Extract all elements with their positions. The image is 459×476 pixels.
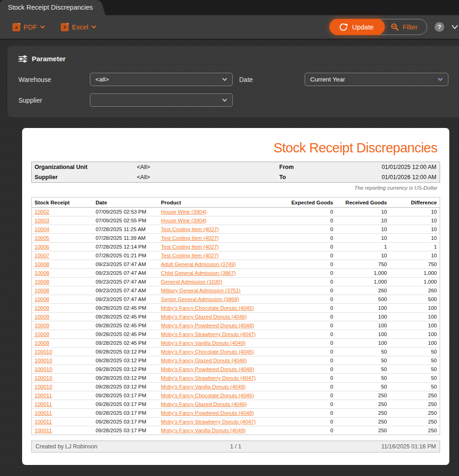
table-row: 100010 09/28/2025 03:12 PM Moby's Fancy … <box>32 348 440 356</box>
product-link[interactable]: House Wine (3904) <box>161 218 206 223</box>
product-link[interactable]: Moby's Fancy Chocolate Donuts (4045) <box>161 305 254 311</box>
date-select[interactable]: Current Year <box>305 73 448 86</box>
expected-goods-cell: 0 <box>278 426 336 435</box>
tab-stock-receipt-discrepancies[interactable]: Stock Receipt Discrepancies <box>0 0 97 15</box>
date-cell: 07/28/2025 12:14 PM <box>93 243 158 251</box>
stock-receipt-link[interactable]: 10008 <box>35 279 49 284</box>
stock-receipt-link[interactable]: 10003 <box>35 218 49 223</box>
received-goods-cell: 10 <box>336 208 390 216</box>
pdf-file-icon: ▲ <box>12 23 20 31</box>
product-link[interactable]: Moby's Fancy Powdered Donuts (4048) <box>161 366 254 372</box>
product-link[interactable]: Test Costing Item (4027) <box>161 244 218 250</box>
table-row: 100010 09/28/2025 03:12 PM Moby's Fancy … <box>32 374 440 383</box>
expected-goods-cell: 0 <box>278 383 336 391</box>
product-link[interactable]: Test Costing Item (4027) <box>161 253 218 258</box>
received-goods-cell: 50 <box>336 383 390 391</box>
table-row: 10006 07/28/2025 12:14 PM Test Costing I… <box>32 243 440 251</box>
product-link[interactable]: Moby's Fancy Glazed Donuts (4046) <box>161 401 247 407</box>
product-link[interactable]: Moby's Fancy Vanilla Donuts (4049) <box>161 428 246 433</box>
stock-receipt-link[interactable]: 10008 <box>35 296 49 302</box>
stock-receipt-link[interactable]: 10009 <box>35 340 49 346</box>
product-link[interactable]: Child General Admission (3867) <box>161 270 235 276</box>
product-link[interactable]: Adult General Admission (3749) <box>161 261 235 267</box>
date-cell: 09/23/2025 07:47 AM <box>93 295 158 304</box>
stock-receipt-link[interactable]: 100011 <box>35 428 52 433</box>
product-link[interactable]: Moby's Fancy Vanilla Donuts (4049) <box>161 384 246 389</box>
product-link[interactable]: Moby's Fancy Powdered Donuts (4048) <box>161 323 254 328</box>
help-button[interactable]: ? <box>435 22 444 32</box>
product-link[interactable]: Senior General Admission (3868) <box>161 296 239 302</box>
update-button[interactable]: Update <box>330 19 385 35</box>
table-row: 10009 09/28/2025 02:45 PM Moby's Fancy G… <box>32 313 440 321</box>
report-supplier-label: Supplier <box>32 172 134 182</box>
product-link[interactable]: Military General Admission (3751) <box>161 288 241 293</box>
pdf-export-button[interactable]: ▲ PDF <box>12 23 45 31</box>
stock-receipt-link[interactable]: 100011 <box>35 419 52 424</box>
from-value: 01/01/2025 12:00 AM <box>346 162 440 172</box>
stock-receipt-link[interactable]: 10009 <box>35 331 49 337</box>
stock-receipt-link[interactable]: 100011 <box>35 393 52 398</box>
table-row: 10005 07/28/2025 11:39 AM Test Costing I… <box>32 234 440 243</box>
supplier-select[interactable] <box>90 93 233 107</box>
product-link[interactable]: Moby's Fancy Chocolate Donuts (4045) <box>161 349 254 354</box>
product-link[interactable]: Moby's Fancy Strawberry Donuts (4047) <box>161 331 255 337</box>
difference-cell: 100 <box>390 304 440 313</box>
product-link[interactable]: Test Costing Item (4027) <box>161 226 218 232</box>
excel-export-button[interactable]: x Excel <box>61 23 96 31</box>
product-link[interactable]: Test Costing Item (4027) <box>161 235 218 241</box>
product-link[interactable]: Moby's Fancy Strawberry Donuts (4047) <box>161 419 255 424</box>
filter-button[interactable]: Filter <box>384 19 427 35</box>
stock-receipt-link[interactable]: 100010 <box>35 366 52 372</box>
product-link[interactable]: Moby's Fancy Strawberry Donuts (4047) <box>161 375 255 381</box>
stock-receipt-link[interactable]: 10007 <box>35 253 49 258</box>
product-link[interactable]: Moby's Fancy Vanilla Donuts (4049) <box>161 340 246 346</box>
stock-receipt-link[interactable]: 10009 <box>35 305 49 311</box>
date-cell: 07/28/2025 11:39 AM <box>93 234 158 243</box>
table-row: 10004 07/28/2025 11:25 AM Test Costing I… <box>32 225 440 234</box>
stock-receipt-link[interactable]: 10004 <box>35 226 49 232</box>
table-row: 10008 09/23/2025 07:47 AM Senior General… <box>32 295 440 304</box>
received-goods-cell: 10 <box>336 225 390 234</box>
stock-receipt-link[interactable]: 100010 <box>35 358 52 363</box>
received-goods-cell: 100 <box>336 330 390 339</box>
org-unit-value: <All> <box>134 162 277 172</box>
difference-cell: 50 <box>390 365 440 374</box>
stock-receipt-link[interactable]: 10002 <box>35 209 49 215</box>
tab-title: Stock Receipt Discrepancies <box>8 4 93 11</box>
stock-receipt-link[interactable]: 100010 <box>35 384 52 389</box>
difference-cell: 500 <box>390 295 440 304</box>
stock-receipt-link[interactable]: 100011 <box>35 401 52 407</box>
product-link[interactable]: Moby's Fancy Glazed Donuts (4046) <box>161 314 247 319</box>
stock-receipt-link[interactable]: 10006 <box>35 244 49 250</box>
product-link[interactable]: Moby's Fancy Powdered Donuts (4048) <box>161 410 254 416</box>
table-row: 10009 09/28/2025 02:45 PM Moby's Fancy S… <box>32 330 440 339</box>
page-indicator: 1 / 1 <box>230 443 241 450</box>
product-link[interactable]: Moby's Fancy Chocolate Donuts (4045) <box>161 393 254 398</box>
product-link[interactable]: General Admission (1030) <box>161 279 222 284</box>
expected-goods-cell: 0 <box>278 391 336 400</box>
stock-receipt-link[interactable]: 10008 <box>35 261 49 267</box>
stock-receipt-link[interactable]: 10005 <box>35 235 49 241</box>
difference-cell: 1,000 <box>390 269 440 278</box>
warehouse-select[interactable]: <all> <box>90 73 233 86</box>
product-link[interactable]: House Wine (3904) <box>161 209 206 215</box>
stock-receipt-link[interactable]: 10008 <box>35 270 49 276</box>
stock-receipt-link[interactable]: 100010 <box>35 349 52 354</box>
expected-goods-cell: 0 <box>278 348 336 356</box>
chevron-down-icon <box>222 78 227 81</box>
table-row: 100011 09/28/2025 03:17 PM Moby's Fancy … <box>32 418 440 426</box>
stock-receipt-link[interactable]: 10009 <box>35 314 49 319</box>
stock-receipt-link[interactable]: 10009 <box>35 323 49 328</box>
date-cell: 09/23/2025 07:47 AM <box>93 278 158 286</box>
product-link[interactable]: Moby's Fancy Glazed Donuts (4046) <box>161 358 247 363</box>
update-filter-group: Update Filter <box>330 19 427 35</box>
stock-receipt-link[interactable]: 100011 <box>35 410 52 416</box>
stock-receipt-link[interactable]: 100010 <box>35 375 52 381</box>
table-row: 10009 09/28/2025 02:45 PM Moby's Fancy V… <box>32 339 440 348</box>
received-goods-cell: 10 <box>336 251 390 260</box>
menu-chevron-icon[interactable] <box>452 25 458 29</box>
expected-goods-cell: 0 <box>278 418 336 426</box>
expected-goods-cell: 0 <box>278 225 336 234</box>
stock-receipt-link[interactable]: 10008 <box>35 288 49 293</box>
report-supplier-value: <All> <box>134 172 277 182</box>
